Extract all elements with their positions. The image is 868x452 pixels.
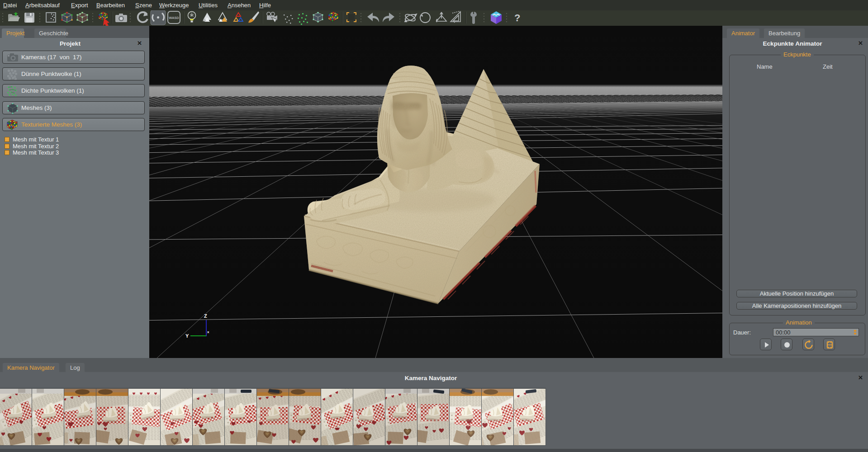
- svg-text:Y: Y: [185, 333, 189, 339]
- svg-text:WASD: WASD: [169, 16, 179, 20]
- svg-text:?: ?: [514, 12, 520, 24]
- svg-text:x: x: [207, 330, 209, 334]
- svg-text:Z: Z: [204, 313, 207, 319]
